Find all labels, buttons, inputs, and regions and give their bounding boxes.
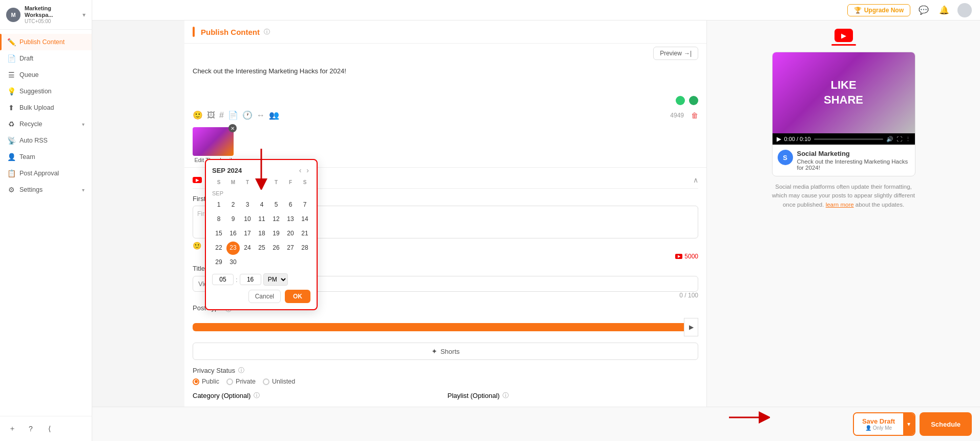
messages-icon[interactable]: 💬 <box>916 3 931 17</box>
cal-day-12[interactable]: 12 <box>269 213 283 226</box>
learn-more-link[interactable]: learn more <box>826 202 854 208</box>
cal-day-22[interactable]: 22 <box>212 242 225 255</box>
play-icon[interactable]: ▶ <box>777 135 781 143</box>
recycle-chevron-icon: ▾ <box>82 122 85 127</box>
cal-day-5[interactable]: 5 <box>269 198 283 212</box>
cal-day-21[interactable]: 21 <box>298 227 311 240</box>
post-text[interactable]: Check out the Interesting Marketing Hack… <box>193 63 698 94</box>
radio-unlisted-dot <box>263 378 269 385</box>
schedule-button[interactable]: Schedule <box>920 412 972 436</box>
privacy-private-option[interactable]: Private <box>226 378 256 385</box>
cal-ampm-select[interactable]: PM AM <box>263 273 288 286</box>
cal-day-6[interactable]: 6 <box>284 198 297 212</box>
calendar-cancel-button[interactable]: Cancel <box>248 290 281 303</box>
cal-day-19[interactable]: 19 <box>269 227 283 240</box>
arrows-icon[interactable]: ↔ <box>257 111 265 120</box>
help-icon[interactable]: ? <box>24 422 38 436</box>
cal-day-7[interactable]: 7 <box>298 198 311 212</box>
cal-day-4[interactable]: 4 <box>255 198 268 212</box>
fullscreen-icon[interactable]: ⛶ <box>896 136 902 142</box>
page-title: Publish Content <box>201 28 260 36</box>
share-icon[interactable]: 👥 <box>269 110 279 120</box>
cal-day-29[interactable]: 29 <box>212 256 225 269</box>
comment-emoji-icon[interactable]: 🙂 <box>193 242 201 250</box>
cal-header-sun: S <box>212 178 225 186</box>
upgrade-button[interactable]: 🏆 Upgrade Now <box>847 4 910 16</box>
cal-day-30[interactable]: 30 <box>226 256 240 269</box>
cal-day-17[interactable]: 17 <box>241 227 254 240</box>
calendar-month-label[interactable]: SEP 2024 <box>212 167 242 174</box>
cal-day-3[interactable]: 3 <box>241 198 254 212</box>
sidebar-nav: ✏️ Publish Content 📄 Draft ☰ Queue 💡 Sug… <box>0 30 92 416</box>
sidebar-item-recycle[interactable]: ♻ Recycle ▾ <box>0 116 92 132</box>
collapse-icon[interactable]: ⟨ <box>42 422 56 436</box>
calendar-prev-icon[interactable]: ‹ <box>298 166 303 174</box>
collapse-section-icon[interactable]: ∧ <box>693 176 698 184</box>
cal-day-10[interactable]: 10 <box>241 213 254 226</box>
calendar-ok-button[interactable]: OK <box>285 290 310 303</box>
sidebar-item-approval[interactable]: 📋 Post Approval <box>0 165 92 182</box>
sidebar-item-team[interactable]: 👤 Team <box>0 149 92 165</box>
cal-day-11[interactable]: 11 <box>255 213 268 226</box>
sidebar-item-rss[interactable]: 📡 Auto RSS <box>0 132 92 149</box>
category-help-icon[interactable]: ⓘ <box>254 391 260 400</box>
cal-day-9[interactable]: 9 <box>226 213 240 226</box>
cal-day-14[interactable]: 14 <box>298 213 311 226</box>
preview-button[interactable]: Preview →| <box>653 47 698 60</box>
save-draft-button[interactable]: Save Draft 👤 Only Me <box>854 413 903 435</box>
cal-day-8[interactable]: 8 <box>212 213 225 226</box>
cal-day-28[interactable]: 28 <box>298 242 311 255</box>
cal-day-13[interactable]: 13 <box>284 213 297 226</box>
cal-hour-input[interactable] <box>212 274 234 285</box>
cal-day-2[interactable]: 2 <box>226 198 240 212</box>
cal-minute-input[interactable] <box>240 274 261 285</box>
calendar-next-icon[interactable]: › <box>305 166 310 174</box>
cal-day-20[interactable]: 20 <box>284 227 297 240</box>
sidebar-item-settings[interactable]: ⚙ Settings ▾ <box>0 182 92 198</box>
delete-icon[interactable]: 🗑 <box>691 111 698 119</box>
privacy-public-option[interactable]: Public <box>193 378 219 385</box>
cal-day-27[interactable]: 27 <box>284 242 297 255</box>
workspace-timezone: UTC+05:00 <box>25 18 78 24</box>
more-icon[interactable]: ⋮ <box>905 136 911 143</box>
page-title-help-icon[interactable]: ⓘ <box>264 28 270 36</box>
file-icon[interactable]: 📄 <box>228 110 238 120</box>
right-panel: LIKE SHARE ▶ 0:00 / 0:10 🔊 ⛶ ⋮ S Social … <box>707 21 980 441</box>
cal-day-16[interactable]: 16 <box>226 227 240 240</box>
channel-row: S Social Marketing Check out the Interes… <box>778 150 910 171</box>
shorts-button[interactable]: ✦ Shorts <box>193 343 698 360</box>
cal-day-23[interactable]: 23 <box>226 242 240 255</box>
sidebar-item-publish[interactable]: ✏️ Publish Content <box>0 34 92 50</box>
workspace-header[interactable]: M Marketing Workspa... UTC+05:00 ▾ <box>0 0 92 30</box>
image-icon[interactable]: 🖼 <box>207 111 215 120</box>
shorts-icon: ✦ <box>431 347 437 355</box>
post-type-arrow-button[interactable]: ▶ <box>684 318 698 336</box>
user-avatar[interactable] <box>957 3 972 17</box>
save-draft-dropdown-button[interactable]: ▾ <box>903 413 914 435</box>
cal-day-1[interactable]: 1 <box>212 198 225 212</box>
cal-day-26[interactable]: 26 <box>269 242 283 255</box>
privacy-unlisted-option[interactable]: Unlisted <box>263 378 295 385</box>
cal-day-15[interactable]: 15 <box>212 227 225 240</box>
privacy-help-icon[interactable]: ⓘ <box>238 366 244 375</box>
sidebar-item-bulk[interactable]: ⬆ Bulk Upload <box>0 99 92 116</box>
cal-day-18[interactable]: 18 <box>255 227 268 240</box>
emoji-icon[interactable]: 🙂 <box>193 110 203 120</box>
channel-avatar: S <box>778 150 793 165</box>
volume-icon[interactable]: 🔊 <box>886 136 893 143</box>
sidebar-item-suggestion[interactable]: 💡 Suggestion <box>0 83 92 99</box>
notifications-icon[interactable]: 🔔 <box>937 3 951 17</box>
playlist-help-icon[interactable]: ⓘ <box>503 391 509 400</box>
sidebar-item-draft[interactable]: 📄 Draft <box>0 50 92 67</box>
hashtag-icon[interactable]: # <box>219 111 224 120</box>
clock-icon[interactable]: 🕐 <box>242 110 253 120</box>
preview-underline <box>831 44 856 46</box>
post-type-video-tab[interactable] <box>193 323 684 331</box>
add-icon[interactable]: ＋ <box>5 422 19 436</box>
cal-day-25[interactable]: 25 <box>255 242 268 255</box>
cal-day-24[interactable]: 24 <box>241 242 254 255</box>
thumbnail-close-button[interactable]: ✕ <box>228 124 237 132</box>
sidebar-item-queue[interactable]: ☰ Queue <box>0 67 92 83</box>
upgrade-label: Upgrade Now <box>864 7 904 14</box>
recycle-icon: ♻ <box>7 120 15 128</box>
